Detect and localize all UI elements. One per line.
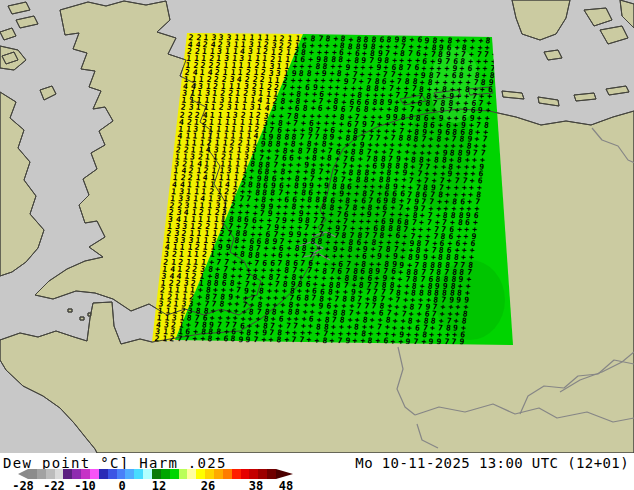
tick-label: -28 [12, 479, 34, 490]
tick-label: -22 [43, 479, 65, 490]
tick-label: 12 [152, 479, 166, 490]
colorbar-left-arrow [18, 469, 28, 479]
colorbar-ticks: -28 -22 -10 0 12 26 38 48 [0, 479, 300, 490]
tick-label: 26 [201, 479, 215, 490]
map-area: 2 4 2 1 1 2 1 4 3 1 2 2 4 1 4 1 2 1 3 1 … [0, 0, 634, 453]
colorbar-right-arrow [276, 469, 293, 479]
tick-label: 38 [249, 479, 263, 490]
colorbar [18, 469, 293, 479]
tick-label: 0 [118, 479, 125, 490]
colorbar-segments [28, 469, 276, 479]
legend-bar: Dew point °C] Harm .025 Mo 10-11-2025 13… [0, 453, 634, 490]
tick-label: -10 [74, 479, 96, 490]
tick-label: 48 [279, 479, 293, 490]
map-timestamp-label: Mo 10-11-2025 13:00 UTC (12+01) [355, 455, 629, 471]
weather-map-screenshot: 2 4 2 1 1 2 1 4 3 1 2 2 4 1 4 1 2 1 3 1 … [0, 0, 634, 490]
